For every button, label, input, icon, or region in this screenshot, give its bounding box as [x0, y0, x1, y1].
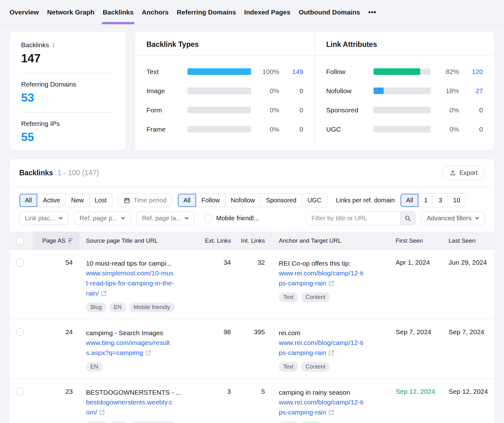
external-link-icon[interactable]: [99, 409, 105, 415]
column-label: Page AS: [42, 237, 66, 244]
first-seen-date: Sep 12, 2024: [396, 388, 435, 395]
search-button[interactable]: [400, 212, 415, 225]
mobile-friendly-checkbox[interactable]: [204, 215, 212, 222]
column-header-last-seen: Last Seen: [449, 232, 494, 250]
links-per-domain-3[interactable]: 3: [433, 194, 447, 207]
source-url-link[interactable]: www.simplemost.com/10-must-read-tips-for…: [86, 269, 174, 297]
source-badge: Blog: [86, 302, 106, 312]
links-per-domain-all[interactable]: All: [401, 194, 418, 207]
source-url-link[interactable]: www.bing.com/images/results.aspx?q=campi…: [86, 339, 170, 356]
ref-page-p-dropdown[interactable]: Ref. page p...: [74, 212, 131, 225]
bar-row-ugc: UGC 0% 0: [326, 120, 483, 139]
external-link-icon[interactable]: [328, 350, 334, 356]
bar-count: 0: [286, 126, 303, 133]
select-all-checkbox[interactable]: [16, 237, 24, 245]
referring-domains-metric-label: Referring Domains: [21, 81, 76, 88]
int-links-value: 395: [231, 328, 265, 336]
bar-percent: 0%: [257, 126, 279, 133]
column-header-anchor: Anchor and Target URL: [265, 232, 396, 250]
tab-anchors[interactable]: Anchors: [142, 0, 169, 24]
follow-filter-sponsored[interactable]: Sponsored: [260, 194, 302, 207]
time-period-label: Time period: [134, 197, 167, 204]
info-icon[interactable]: i: [53, 42, 54, 48]
page-as-value: 54: [32, 259, 80, 266]
ref-page-la-dropdown[interactable]: Ref. page la...: [136, 212, 195, 225]
link-placement-dropdown[interactable]: Link plac...: [19, 212, 68, 225]
links-per-domain-10[interactable]: 10: [448, 194, 466, 207]
ref-page-la-label: Ref. page la...: [142, 215, 181, 222]
status-filter-all[interactable]: All: [20, 194, 37, 207]
export-button[interactable]: Export: [443, 166, 485, 180]
tab-backlinks[interactable]: Backlinks: [103, 0, 134, 24]
backlink-types-title: Backlink Types: [135, 32, 315, 56]
anchor-badge: Content: [301, 292, 330, 302]
status-filter-new[interactable]: New: [66, 194, 89, 207]
export-icon: [450, 170, 456, 176]
follow-filter-nofollow[interactable]: Nofollow: [225, 194, 260, 207]
filter-search-input[interactable]: [306, 212, 400, 225]
overview-cards: Backlinks i 147 Referring Domains 53 Ref…: [9, 31, 495, 150]
tab-outbound-domains[interactable]: Outbound Domains: [299, 0, 360, 24]
follow-filter-follow[interactable]: Follow: [196, 194, 225, 207]
bar-count-link[interactable]: 120: [465, 68, 483, 76]
source-badge: Mobile friendly: [129, 302, 175, 312]
tab-referring-domains[interactable]: Referring Domains: [177, 0, 236, 24]
status-filter-lost[interactable]: Lost: [89, 194, 112, 207]
page-as-value: 23: [32, 388, 80, 395]
advanced-filters-button[interactable]: Advanced filters: [421, 212, 485, 225]
status-filter-active[interactable]: Active: [37, 194, 65, 207]
follow-filter-group: All Follow Nofollow Sponsored UGC: [178, 194, 327, 207]
last-seen-date: Jun 29, 2024: [449, 259, 487, 266]
anchor-text: camping in rainy season: [279, 388, 367, 397]
anchor-text: REI Co-op offers this tip:: [279, 259, 367, 268]
source-badge: CMS: [86, 421, 107, 423]
last-seen-date: Sep 7, 2024: [449, 328, 484, 336]
bar-track: [374, 126, 431, 133]
row-checkbox[interactable]: [16, 328, 24, 336]
column-header-page-as[interactable]: Page AS: [32, 232, 80, 250]
anchor-badge: Content: [301, 362, 330, 372]
anchor-badge: Text: [279, 292, 298, 302]
referring-ips-metric-value[interactable]: 55: [21, 131, 114, 144]
anchor-badge: New: [301, 421, 321, 423]
bar-fill: [374, 87, 384, 94]
external-link-icon[interactable]: [328, 409, 334, 415]
bar-row-image: Image 0% 0: [146, 81, 303, 100]
mobile-friendly-filter: Mobile friendl...: [204, 215, 259, 222]
bar-label: UGC: [326, 126, 367, 133]
table-card-header: Backlinks 1 - 100 (147) Export: [10, 159, 494, 187]
bar-percent: 0%: [437, 126, 459, 133]
bar-count-link[interactable]: 27: [465, 87, 483, 95]
referring-domains-metric-value[interactable]: 53: [21, 91, 114, 104]
target-url-link[interactable]: www.rei.com/blog/camp/12-tips-camping-ra…: [279, 339, 363, 356]
target-url-link[interactable]: www.rei.com/blog/camp/12-tips-camping-ra…: [279, 398, 363, 416]
tab-network-graph[interactable]: Network Graph: [47, 0, 94, 24]
follow-filter-ugc[interactable]: UGC: [302, 194, 327, 207]
bar-count-link[interactable]: 149: [286, 68, 303, 76]
bar-track: [187, 107, 251, 113]
external-link-icon[interactable]: [145, 350, 151, 356]
bar-percent: 0%: [437, 106, 459, 114]
more-tabs-button[interactable]: •••: [368, 0, 376, 24]
bar-label: Nofollow: [326, 87, 367, 95]
bar-track: [374, 107, 431, 113]
status-filter-group: All Active New Lost: [19, 194, 112, 207]
title-url-filter: [306, 211, 415, 225]
follow-filter-all[interactable]: All: [178, 194, 196, 207]
time-period-button[interactable]: Time period: [118, 194, 172, 207]
row-checkbox[interactable]: [16, 388, 24, 395]
bar-label: Image: [146, 87, 181, 95]
target-url-link[interactable]: www.rei.com/blog/camp/12-tips-camping-ra…: [279, 269, 363, 287]
tab-overview[interactable]: Overview: [9, 0, 39, 24]
source-title: BESTDOGOWNERSTENTS - ...: [86, 388, 181, 397]
links-per-domain-1[interactable]: 1: [418, 194, 433, 207]
external-link-icon[interactable]: [101, 290, 107, 296]
mobile-friendly-label: Mobile friendl...: [216, 215, 259, 222]
external-link-icon[interactable]: [328, 280, 334, 286]
link-placement-label: Link plac...: [25, 215, 55, 222]
tab-indexed-pages[interactable]: Indexed Pages: [244, 0, 290, 24]
bar-label: Follow: [326, 68, 367, 76]
referring-domains-metric: Referring Domains 53: [21, 81, 114, 104]
referring-ips-metric-label: Referring IPs: [21, 120, 60, 127]
row-checkbox[interactable]: [16, 259, 24, 266]
